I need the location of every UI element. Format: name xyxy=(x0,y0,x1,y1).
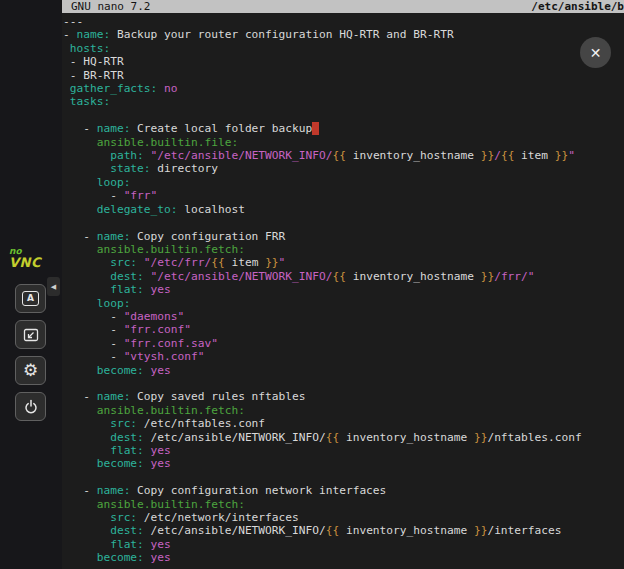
code-line: flat: yes xyxy=(63,283,624,296)
code-line: - name: Copy saved rules nftables xyxy=(63,390,624,403)
code-line: dest: /etc/ansible/NETWORK_INFO/{{ inven… xyxy=(63,524,624,537)
clipboard-icon: A xyxy=(22,291,39,306)
code-line: - name: Copy configuration network inter… xyxy=(63,484,624,497)
clipboard-button[interactable]: A xyxy=(15,284,46,313)
novnc-logo-vnc: VNC xyxy=(9,256,41,269)
code-line: gather_facts: no xyxy=(63,82,624,95)
vnc-button-column: A ⚙ xyxy=(15,284,46,421)
code-line: - HQ-RTR xyxy=(63,55,624,68)
code-line: - name: Create local folder backup xyxy=(63,122,624,135)
screen: no VNC ◀ A ⚙ xyxy=(0,0,624,569)
code-line: src: "/etc/frr/{{ item }}" xyxy=(63,256,624,269)
fullscreen-icon xyxy=(23,327,39,343)
code-line: become: yes xyxy=(63,457,624,470)
code-line: state: directory xyxy=(63,162,624,175)
fullscreen-button[interactable] xyxy=(15,320,46,349)
close-button[interactable]: ✕ xyxy=(580,37,611,68)
code-line: ansible.builtin.fetch: xyxy=(63,404,624,417)
power-button[interactable] xyxy=(15,392,46,421)
code-line: loop: xyxy=(63,176,624,189)
code-line xyxy=(63,216,624,229)
code-line: become: yes xyxy=(63,364,624,377)
code-line: - name: Backup your router configuration… xyxy=(63,28,624,41)
novnc-logo: no VNC xyxy=(9,247,41,269)
code-line: hosts: xyxy=(63,42,624,55)
code-line: - "vtysh.conf" xyxy=(63,350,624,363)
nano-titlebar: GNU nano 7.2 /etc/ansible/b xyxy=(62,0,624,13)
code-line: dest: "/etc/ansible/NETWORK_INFO/{{ inve… xyxy=(63,270,624,283)
nano-app-title: GNU nano 7.2 xyxy=(71,0,150,13)
code-line: - name: Copy configuration FRR xyxy=(63,230,624,243)
code-line: ansible.builtin.fetch: xyxy=(63,243,624,256)
gear-icon: ⚙ xyxy=(23,362,38,379)
code-line: delegate_to: localhost xyxy=(63,203,624,216)
code-line: - BR-RTR xyxy=(63,69,624,82)
code-line: tasks: xyxy=(63,95,624,108)
power-icon xyxy=(23,399,39,415)
code-line: become: yes xyxy=(63,551,624,564)
editor-content[interactable]: ---- name: Backup your router configurat… xyxy=(62,13,624,565)
vnc-sidebar: no VNC ◀ A ⚙ xyxy=(0,0,62,569)
code-line: flat: yes xyxy=(63,538,624,551)
code-line: src: /etc/network/interfaces xyxy=(63,511,624,524)
code-line: loop: xyxy=(63,297,624,310)
code-line: src: /etc/nftables.conf xyxy=(63,417,624,430)
collapse-arrow-icon: ◀ xyxy=(51,283,56,291)
code-line: - "frr" xyxy=(63,189,624,202)
settings-button[interactable]: ⚙ xyxy=(15,356,46,385)
code-line: ansible.builtin.fetch: xyxy=(63,498,624,511)
code-line: --- xyxy=(63,15,624,28)
code-line: - "daemons" xyxy=(63,310,624,323)
nano-file-path: /etc/ansible/b xyxy=(531,0,624,13)
code-line: - "frr.conf" xyxy=(63,323,624,336)
terminal[interactable]: GNU nano 7.2 /etc/ansible/b ---- name: B… xyxy=(62,0,624,569)
code-line xyxy=(63,377,624,390)
code-line xyxy=(63,471,624,484)
code-line: ansible.builtin.file: xyxy=(63,136,624,149)
code-line: path: "/etc/ansible/NETWORK_INFO/{{ inve… xyxy=(63,149,624,162)
sidebar-collapse-handle[interactable]: ◀ xyxy=(47,277,60,296)
code-line: flat: yes xyxy=(63,444,624,457)
close-icon: ✕ xyxy=(590,45,602,61)
code-line: - "frr.conf.sav" xyxy=(63,337,624,350)
code-line xyxy=(63,109,624,122)
code-line: dest: /etc/ansible/NETWORK_INFO/{{ inven… xyxy=(63,431,624,444)
